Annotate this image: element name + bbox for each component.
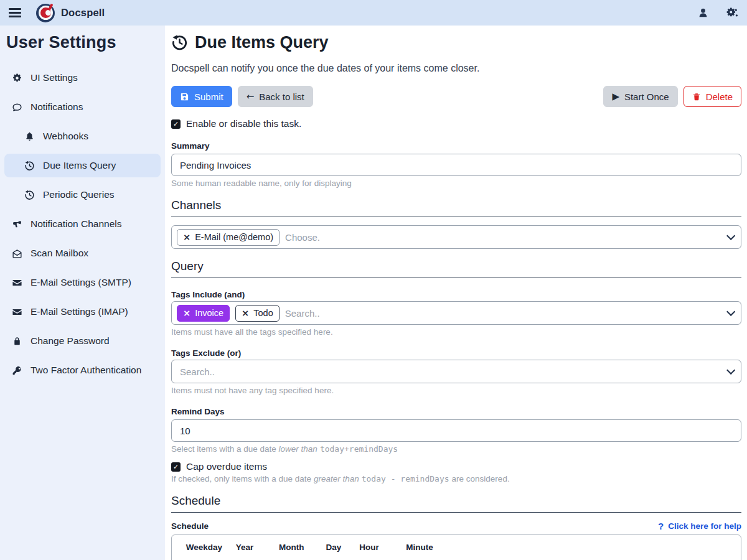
bullhorn-icon bbox=[11, 218, 22, 230]
delete-button[interactable]: Delete bbox=[684, 86, 741, 107]
remind-days-input[interactable] bbox=[171, 419, 741, 442]
sidebar-item-label: Scan Mailbox bbox=[31, 248, 88, 259]
tags-exclude-placeholder: Search.. bbox=[180, 366, 215, 377]
schedule-table-header: Weekday Year Month Day Hour Minute bbox=[179, 543, 741, 552]
tags-include-select[interactable]: × Invoice × Todo Search.. bbox=[171, 301, 741, 325]
sidebar-item-webhooks[interactable]: Webhooks bbox=[4, 124, 161, 148]
docspell-logo[interactable] bbox=[36, 4, 55, 22]
sidebar-item-label: Notifications bbox=[31, 101, 83, 113]
page-title-text: Due Items Query bbox=[195, 33, 329, 52]
bell-icon bbox=[24, 131, 35, 142]
enable-task-row: ✓ Enable or disable this task. bbox=[171, 118, 741, 129]
page-subtitle: Docspell can notify you once the due dat… bbox=[171, 63, 741, 74]
settings-gears-icon[interactable] bbox=[725, 7, 738, 19]
chevron-down-icon[interactable] bbox=[726, 366, 735, 375]
sidebar-item-label: UI Settings bbox=[31, 72, 78, 83]
summary-input[interactable] bbox=[171, 154, 741, 176]
sidebar-title: User Settings bbox=[4, 32, 161, 52]
sidebar: User Settings UI Settings Notifications … bbox=[0, 26, 165, 560]
remove-chip-icon[interactable]: × bbox=[183, 308, 190, 318]
tags-include-hint: Items must have all the tags specified h… bbox=[171, 327, 741, 337]
remove-chip-icon[interactable]: × bbox=[183, 232, 190, 242]
sidebar-item-label: Two Factor Authentication bbox=[31, 365, 141, 376]
sidebar-item-label: Periodic Queries bbox=[43, 189, 115, 200]
schedule-table: Weekday Year Month Day Hour Minute * – *… bbox=[171, 534, 741, 560]
page-title: Due Items Query bbox=[171, 33, 741, 52]
schedule-help-link[interactable]: ? Click here for help bbox=[658, 521, 741, 531]
envelope-icon bbox=[11, 277, 22, 288]
cap-overdue-label: Cap overdue items bbox=[186, 461, 267, 472]
sidebar-item-label: Notification Channels bbox=[31, 218, 121, 230]
tags-exclude-label: Tags Exclude (or) bbox=[171, 348, 741, 358]
cap-overdue-row: ✓ Cap overdue items bbox=[171, 461, 741, 472]
tags-exclude-select[interactable]: Search.. bbox=[171, 360, 741, 383]
save-icon bbox=[180, 92, 189, 101]
tags-include-placeholder: Search.. bbox=[285, 308, 320, 319]
channels-placeholder: Choose. bbox=[285, 232, 320, 243]
enable-task-label: Enable or disable this task. bbox=[186, 118, 301, 129]
sidebar-item-label: E-Mail Settings (IMAP) bbox=[31, 306, 128, 317]
sidebar-item-notification-channels[interactable]: Notification Channels bbox=[4, 212, 161, 236]
sidebar-item-email-smtp[interactable]: E-Mail Settings (SMTP) bbox=[4, 271, 161, 294]
channels-select[interactable]: × E-Mail (me@demo) Choose. bbox=[171, 225, 741, 249]
summary-hint: Some human readable name, only for displ… bbox=[171, 179, 741, 188]
query-heading: Query bbox=[171, 259, 741, 278]
sidebar-item-change-password[interactable]: Change Password bbox=[4, 329, 161, 353]
sidebar-item-ui-settings[interactable]: UI Settings bbox=[4, 66, 161, 90]
app-title[interactable]: Docspell bbox=[61, 7, 105, 19]
channel-chip[interactable]: × E-Mail (me@demo) bbox=[177, 229, 280, 246]
sidebar-item-label: E-Mail Settings (SMTP) bbox=[31, 277, 131, 288]
schedule-heading: Schedule bbox=[171, 494, 741, 513]
envelope-icon bbox=[11, 306, 22, 317]
action-bar: Submit ← Back to list ▶ Start Once Delet… bbox=[171, 86, 741, 107]
cap-overdue-checkbox[interactable]: ✓ bbox=[171, 462, 181, 472]
chevron-down-icon[interactable] bbox=[726, 307, 735, 316]
menu-icon[interactable] bbox=[9, 8, 21, 17]
remind-days-label: Remind Days bbox=[171, 407, 741, 416]
sidebar-item-email-imap[interactable]: E-Mail Settings (IMAP) bbox=[4, 300, 161, 324]
schedule-label-row: Schedule ? Click here for help bbox=[171, 521, 741, 531]
schedule-label: Schedule bbox=[171, 521, 209, 531]
channels-heading: Channels bbox=[171, 198, 741, 217]
user-lock-icon bbox=[11, 335, 22, 347]
summary-label: Summary bbox=[171, 141, 741, 151]
key-icon bbox=[11, 365, 22, 376]
submit-button[interactable]: Submit bbox=[171, 86, 232, 107]
remove-chip-icon[interactable]: × bbox=[242, 308, 249, 318]
tags-exclude-hint: Items must not have any tag specified he… bbox=[171, 386, 741, 395]
history-icon bbox=[171, 34, 188, 51]
sidebar-item-notifications[interactable]: Notifications bbox=[4, 95, 161, 119]
sidebar-item-label: Webhooks bbox=[43, 131, 88, 142]
comment-icon bbox=[11, 101, 22, 113]
history-icon bbox=[24, 189, 35, 200]
question-icon: ? bbox=[658, 521, 664, 531]
trash-icon bbox=[692, 92, 701, 101]
cap-overdue-hint: If checked, only items with a due date g… bbox=[171, 474, 741, 483]
tags-include-label: Tags Include (and) bbox=[171, 290, 741, 299]
tag-chip-invoice[interactable]: × Invoice bbox=[177, 305, 230, 322]
sidebar-item-scan-mailbox[interactable]: Scan Mailbox bbox=[4, 241, 161, 265]
envelope-open-icon bbox=[11, 248, 22, 259]
gear-icon bbox=[11, 72, 22, 83]
main-content: Due Items Query Docspell can notify you … bbox=[165, 26, 747, 560]
history-icon bbox=[24, 160, 35, 171]
sidebar-item-periodic-queries[interactable]: Periodic Queries bbox=[4, 183, 161, 207]
enable-task-checkbox[interactable]: ✓ bbox=[171, 119, 181, 129]
sidebar-item-label: Due Items Query bbox=[43, 160, 116, 171]
start-once-button[interactable]: ▶ Start Once bbox=[603, 86, 677, 107]
play-icon: ▶ bbox=[612, 92, 619, 101]
sidebar-item-label: Change Password bbox=[31, 335, 110, 347]
sidebar-item-two-factor[interactable]: Two Factor Authentication bbox=[4, 358, 161, 382]
sidebar-nav: UI Settings Notifications Webhooks Due I… bbox=[4, 66, 161, 382]
sidebar-item-due-items-query[interactable]: Due Items Query bbox=[4, 154, 161, 177]
arrow-left-icon: ← bbox=[247, 92, 255, 101]
chevron-down-icon[interactable] bbox=[726, 231, 735, 240]
topbar: Docspell bbox=[0, 0, 747, 26]
tag-chip-todo[interactable]: × Todo bbox=[235, 305, 280, 322]
back-to-list-button[interactable]: ← Back to list bbox=[238, 86, 313, 107]
remind-days-hint: Select items with a due date lower thant… bbox=[171, 444, 741, 454]
user-icon[interactable] bbox=[697, 7, 709, 19]
